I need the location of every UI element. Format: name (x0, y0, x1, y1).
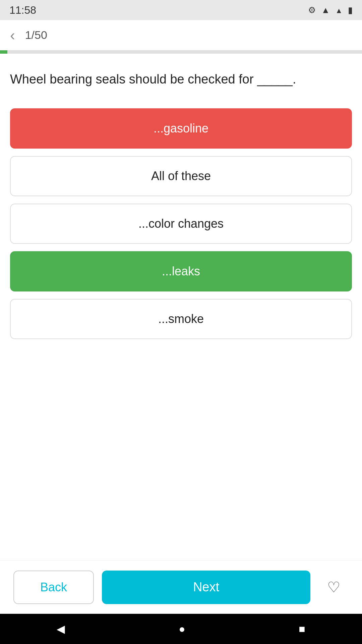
back-nav-button[interactable]: ‹ (10, 27, 15, 44)
signal-icon (335, 5, 343, 15)
back-button-label: Back (40, 580, 67, 594)
main-content: Wheel bearing seals should be checked fo… (0, 54, 362, 560)
back-button[interactable]: Back (13, 571, 94, 604)
android-home-button[interactable]: ● (179, 623, 185, 635)
heart-icon: ♡ (327, 579, 340, 596)
option-gasoline[interactable]: ...gasoline (10, 108, 352, 149)
option-smoke[interactable]: ...smoke (10, 299, 352, 339)
progress-bar-fill (0, 50, 7, 54)
android-back-button[interactable]: ◀ (57, 623, 65, 635)
option-leaks[interactable]: ...leaks (10, 251, 352, 291)
question-text: Wheel bearing seals should be checked fo… (10, 70, 352, 88)
option-gasoline-label: ...gasoline (154, 121, 208, 136)
heart-button[interactable]: ♡ (318, 572, 349, 602)
nav-bar: ‹ 1/50 (0, 20, 362, 50)
bottom-bar: Back Next ♡ (0, 560, 362, 614)
option-color-changes[interactable]: ...color changes (10, 204, 352, 244)
wifi-icon (321, 5, 330, 15)
status-icons (308, 5, 353, 15)
android-recent-button[interactable]: ■ (299, 623, 305, 635)
option-leaks-label: ...leaks (162, 264, 200, 278)
option-smoke-label: ...smoke (158, 312, 204, 326)
next-button-label: Next (193, 580, 219, 594)
option-all-of-these-label: All of these (151, 169, 211, 183)
status-time: 11:58 (9, 4, 36, 16)
option-color-changes-label: ...color changes (138, 217, 224, 231)
option-all-of-these[interactable]: All of these (10, 156, 352, 196)
android-nav-bar: ◀ ● ■ (0, 614, 362, 644)
options-container: ...gasoline All of these ...color change… (10, 108, 352, 339)
status-bar: 11:58 (0, 0, 362, 20)
progress-label: 1/50 (25, 29, 47, 42)
next-button[interactable]: Next (102, 571, 310, 604)
progress-bar-container (0, 50, 362, 54)
gear-icon (308, 5, 316, 15)
battery-icon (348, 5, 353, 15)
